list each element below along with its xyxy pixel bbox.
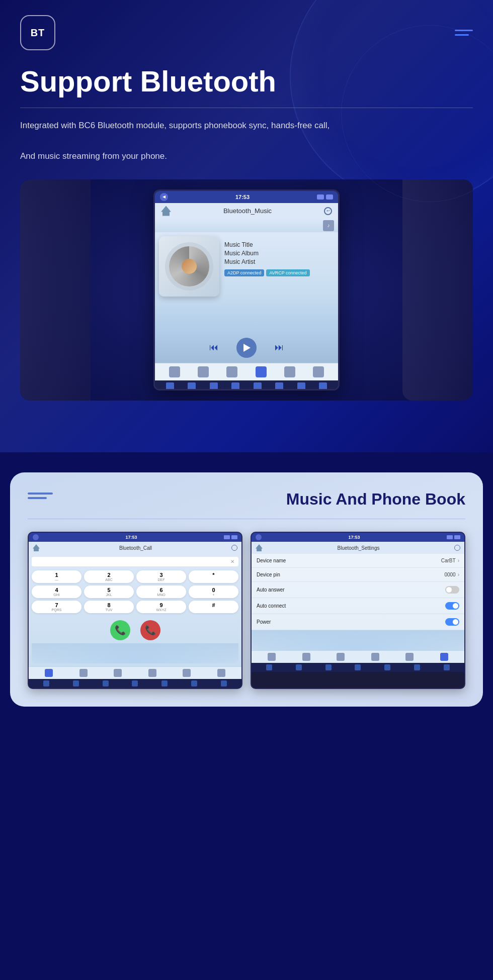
phone-status-bar: 17:53: [29, 533, 241, 542]
dial-key-6[interactable]: 6 MNO: [136, 585, 186, 598]
phone-sys-home[interactable]: [43, 680, 49, 687]
dial-key-2[interactable]: 2 ABC: [84, 570, 134, 583]
sys-vol-icon[interactable]: [319, 382, 327, 390]
auto-connect-label: Auto connect: [257, 603, 286, 609]
phone-sys-power[interactable]: [73, 680, 79, 687]
dial-key-7[interactable]: 7 PQRS: [32, 601, 81, 613]
settings-sys-auto[interactable]: [384, 664, 390, 670]
device-pin-value: 0000: [444, 572, 455, 577]
settings-row-auto-connect[interactable]: Auto connect: [252, 598, 464, 614]
phone-tab-contacts[interactable]: [79, 669, 88, 677]
phone-sys-auto[interactable]: [161, 680, 168, 687]
settings-sys-home[interactable]: [266, 664, 272, 670]
next-button[interactable]: ⏭: [272, 340, 287, 355]
album-center: [182, 259, 197, 274]
phone-back-nav[interactable]: [231, 545, 237, 551]
dial-key-0[interactable]: 0 +: [189, 585, 238, 598]
dial-search-bar[interactable]: ✕: [32, 557, 238, 566]
call-button[interactable]: 📞: [110, 620, 130, 640]
phone-home-icon[interactable]: [33, 544, 40, 551]
device-pin-arrow: ›: [458, 572, 459, 577]
sys-mode-icon[interactable]: [254, 382, 262, 390]
dial-key-5[interactable]: 5 JKL: [84, 585, 134, 598]
phone-tab-settings[interactable]: [217, 669, 225, 677]
settings-sys-fan[interactable]: [414, 664, 420, 670]
auto-answer-toggle[interactable]: [445, 586, 459, 594]
hangup-button[interactable]: 📞: [140, 620, 160, 640]
sys-home-icon[interactable]: [166, 382, 174, 390]
tab-music-icon[interactable]: [256, 366, 267, 377]
music-icon-row: ♪: [155, 219, 338, 232]
settings-home-icon[interactable]: [256, 544, 263, 551]
music-info: Music Title Music Album Music Artist A2D…: [224, 236, 334, 329]
sys-power-icon[interactable]: [188, 382, 196, 390]
music-album: Music Album: [224, 250, 334, 257]
dial-key-hash[interactable]: #: [189, 601, 238, 613]
sys-dual-icon[interactable]: [210, 382, 218, 390]
dial-key-star[interactable]: *: [189, 570, 238, 583]
settings-tab-link[interactable]: [405, 653, 414, 661]
phone-sys-ac[interactable]: [132, 680, 138, 687]
section-divider: [28, 519, 465, 519]
tab-link-icon[interactable]: [284, 366, 295, 377]
phone-screen: 17:53 Bluetooth_Call ✕ 1: [28, 532, 242, 689]
settings-sys-dual[interactable]: [325, 664, 332, 670]
auto-connect-toggle[interactable]: [445, 602, 459, 610]
dial-key-8[interactable]: 8 TUV: [84, 601, 134, 613]
status-time: 17:53: [171, 194, 314, 200]
power-toggle[interactable]: [445, 618, 459, 626]
dial-key-4[interactable]: 4 GHI: [32, 585, 81, 598]
settings-row-power[interactable]: Power: [252, 614, 464, 630]
dial-key-9[interactable]: 9 WXYZ: [136, 601, 186, 613]
sys-ac-icon[interactable]: [231, 382, 239, 390]
phone-back-btn[interactable]: [33, 534, 39, 540]
settings-signal-icon: [447, 535, 453, 539]
section-line-1: [28, 493, 53, 495]
screen-status-bar: ◀ 17:53: [155, 191, 338, 203]
settings-row-device-pin[interactable]: Device pin 0000 ›: [252, 568, 464, 582]
menu-button[interactable]: [455, 30, 473, 36]
device-pin-label: Device pin: [257, 572, 280, 577]
settings-tab-menu[interactable]: [268, 653, 276, 661]
dial-key-1[interactable]: 1 —: [32, 570, 81, 583]
phone-tab-phone[interactable]: [114, 669, 122, 677]
settings-back-btn[interactable]: [256, 534, 262, 540]
tab-settings-icon[interactable]: [313, 366, 324, 377]
playback-controls: ⏮ ⏭: [155, 333, 338, 363]
power-label: Power: [257, 619, 271, 625]
tab-phone-icon[interactable]: [226, 366, 237, 377]
settings-nav-title: Bluetooth_Settings: [338, 545, 380, 551]
settings-back-nav[interactable]: [454, 545, 460, 551]
settings-row-device-name[interactable]: Device name CarBT ›: [252, 554, 464, 568]
settings-sys-vol[interactable]: [444, 664, 450, 670]
settings-sys-power[interactable]: [296, 664, 302, 670]
phone-sys-dual[interactable]: [103, 680, 109, 687]
dial-key-3[interactable]: 3 DEF: [136, 570, 186, 583]
device-name-value: CarBT: [441, 558, 456, 563]
badge-row: A2DP connected AVRCP connected: [224, 269, 334, 276]
settings-tab-contacts[interactable]: [302, 653, 310, 661]
section-lines-decoration: [28, 493, 53, 499]
phone-tab-link[interactable]: [183, 669, 191, 677]
phone-tab-menu[interactable]: [45, 669, 53, 677]
settings-tab-music[interactable]: [371, 653, 379, 661]
section-header: Music And Phone Book: [28, 490, 465, 509]
play-button[interactable]: [236, 338, 257, 358]
sys-fan-icon[interactable]: [297, 382, 305, 390]
device-name-arrow: ›: [458, 558, 459, 563]
home-icon[interactable]: [161, 206, 171, 216]
settings-sys-ac[interactable]: [355, 664, 361, 670]
phone-status-time: 17:53: [41, 535, 222, 540]
sys-auto-icon[interactable]: [275, 382, 283, 390]
settings-row-auto-answer[interactable]: Auto answer: [252, 582, 464, 598]
settings-tab-phone[interactable]: [337, 653, 345, 661]
phone-sys-vol[interactable]: [221, 680, 227, 687]
back-icon[interactable]: ↩: [324, 207, 332, 215]
settings-tab-current[interactable]: [440, 653, 448, 661]
phone-tab-music[interactable]: [148, 669, 156, 677]
tab-menu-icon[interactable]: [169, 366, 180, 377]
dial-clear-button[interactable]: ✕: [230, 559, 234, 564]
tab-contacts-icon[interactable]: [198, 366, 209, 377]
prev-button[interactable]: ⏮: [206, 340, 221, 355]
phone-sys-fan[interactable]: [191, 680, 197, 687]
